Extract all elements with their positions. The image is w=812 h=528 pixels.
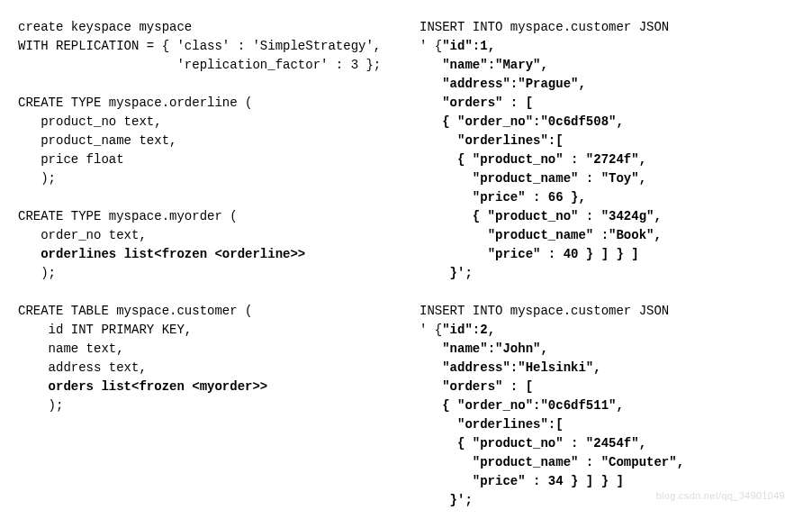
code-line: "address":"Prague",	[420, 77, 586, 91]
code-block-left: create keyspace myspace WITH REPLICATION…	[18, 18, 392, 415]
code-line: "name":"John",	[420, 341, 548, 356]
code-line: INSERT INTO myspace.customer JSON	[420, 20, 669, 34]
code-line: { "product_no" : "3424g",	[420, 209, 662, 223]
code-line: orders list<frozen <myorder>>	[18, 379, 267, 394]
code-line: price float	[18, 152, 124, 167]
code-line: }';	[420, 493, 473, 507]
code-line: 'replication_factor' : 3 };	[18, 58, 381, 72]
code-line: "product_name" : "Toy",	[420, 171, 646, 186]
right-code-column: INSERT INTO myspace.customer JSON ' {"id…	[420, 18, 794, 510]
code-line: address text,	[18, 360, 147, 375]
code-line: order_no text,	[18, 228, 147, 242]
code-line: CREATE TABLE myspace.customer (	[18, 304, 252, 318]
code-line: CREATE TYPE myspace.orderline (	[18, 96, 252, 110]
code-line: id INT PRIMARY KEY,	[18, 323, 192, 337]
code-line: ' {"id":1,	[420, 39, 495, 53]
code-line: "orderlines":[	[420, 417, 564, 432]
bold-code: orders list<frozen <myorder>>	[49, 379, 268, 394]
code-line: ' {"id":2,	[420, 323, 495, 337]
code-line: "orders" : [	[420, 379, 533, 394]
code-line: "address":"Helsinki",	[420, 360, 601, 375]
bold-code: orderlines list<frozen <orderline>>	[41, 247, 305, 261]
code-line: orderlines list<frozen <orderline>>	[18, 247, 305, 261]
code-line: );	[18, 171, 56, 186]
code-line: "orderlines":[	[420, 133, 564, 148]
code-line: }';	[420, 266, 473, 280]
code-block-right: INSERT INTO myspace.customer JSON ' {"id…	[420, 18, 794, 510]
code-line: name text,	[18, 341, 124, 356]
code-line: { "product_no" : "2454f",	[420, 436, 646, 451]
code-line: );	[18, 398, 63, 413]
code-line: WITH REPLICATION = { 'class' : 'SimpleSt…	[18, 39, 381, 53]
figure-caption: Fig. 6. An example of storing multi-mode…	[18, 524, 794, 528]
code-line: "product_name" : "Computer",	[420, 455, 684, 469]
code-line: INSERT INTO myspace.customer JSON	[420, 304, 669, 318]
code-line: { "product_no" : "2724f",	[420, 152, 646, 167]
code-line: "orders" : [	[420, 96, 533, 110]
code-line: { "order_no":"0c6df508",	[420, 114, 624, 129]
code-line: product_no text,	[18, 114, 162, 129]
code-line: product_name text,	[18, 133, 176, 148]
code-line: "price" : 34 } ] } ]	[420, 474, 624, 488]
code-line: );	[18, 266, 56, 280]
code-line: "price" : 40 } ] } ]	[420, 247, 639, 261]
code-line: "price" : 66 },	[420, 190, 586, 205]
code-line: "product_name" :"Book",	[420, 228, 662, 242]
code-line: "name":"Mary",	[420, 58, 548, 72]
code-line: create keyspace myspace	[18, 20, 192, 34]
code-line: { "order_no":"0c6df511",	[420, 398, 624, 413]
left-code-column: create keyspace myspace WITH REPLICATION…	[18, 18, 392, 510]
code-line: CREATE TYPE myspace.myorder (	[18, 209, 238, 223]
